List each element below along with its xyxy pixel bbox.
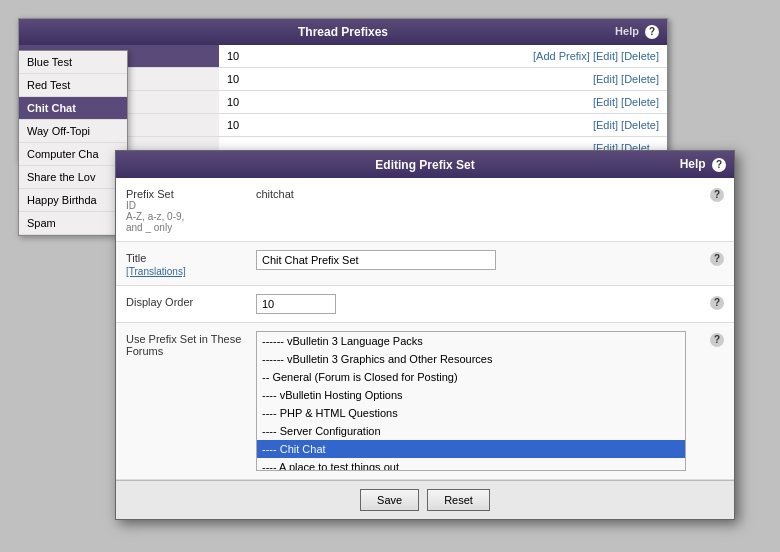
use-prefix-set-row: Use Prefix Set in These Forums ------ vB…: [116, 323, 734, 480]
fg-help-label: Help: [680, 157, 706, 171]
row-actions: [Edit] [Delete]: [299, 91, 667, 114]
row-actions: [Edit] [Delete]: [299, 68, 667, 91]
form-footer: Save Reset: [116, 480, 734, 519]
edit-link[interactable]: [Edit]: [593, 119, 618, 131]
sidebar-item-red-test[interactable]: Red Test: [19, 74, 127, 97]
prefix-set-sublabel: IDA-Z, a-z, 0-9,and _ only: [126, 200, 248, 233]
sidebar: Blue Test Red Test Chit Chat Way Off-Top…: [18, 50, 128, 236]
title-help: ?: [700, 250, 724, 266]
display-order-field: [256, 294, 700, 314]
field-help-icon[interactable]: ?: [710, 333, 724, 347]
prefix-set-value: chitchat: [256, 186, 294, 200]
sidebar-item-computer-chat[interactable]: Computer Cha: [19, 143, 127, 166]
forum-list-field: ------ vBulletin 3 Language Packs ------…: [256, 331, 700, 471]
sidebar-item-blue-test[interactable]: Blue Test: [19, 51, 127, 74]
delete-link[interactable]: [Delete]: [621, 50, 659, 62]
save-button[interactable]: Save: [360, 489, 419, 511]
display-order-label: Display Order: [126, 294, 256, 308]
field-help-icon[interactable]: ?: [710, 252, 724, 266]
reset-button[interactable]: Reset: [427, 489, 490, 511]
use-prefix-label: Use Prefix Set in These Forums: [126, 331, 256, 357]
delete-link[interactable]: [Delete]: [621, 119, 659, 131]
row-order: 10: [219, 114, 299, 137]
add-prefix-link[interactable]: [Add Prefix]: [533, 50, 590, 62]
row-actions: [Edit] [Delete]: [299, 114, 667, 137]
display-order-input[interactable]: [256, 294, 336, 314]
delete-link[interactable]: [Delete]: [621, 73, 659, 85]
editing-prefix-set-window: Editing Prefix Set Help ? Prefix Set IDA…: [115, 150, 735, 520]
sidebar-item-happy-birthday[interactable]: Happy Birthda: [19, 189, 127, 212]
translations-link[interactable]: [Translations]: [126, 266, 248, 277]
forum-list[interactable]: ------ vBulletin 3 Language Packs ------…: [256, 331, 686, 471]
edit-link[interactable]: [Edit]: [593, 50, 618, 62]
edit-link[interactable]: [Edit]: [593, 73, 618, 85]
title-input[interactable]: [256, 250, 496, 270]
fg-help-icon[interactable]: ?: [712, 158, 726, 172]
prefix-set-label: Prefix Set IDA-Z, a-z, 0-9,and _ only: [126, 186, 256, 233]
row-actions: [Add Prefix] [Edit] [Delete]: [299, 45, 667, 68]
bg-help-label: Help: [615, 25, 639, 37]
prefix-set-field: chitchat: [256, 186, 700, 200]
prefix-set-row: Prefix Set IDA-Z, a-z, 0-9,and _ only ch…: [116, 178, 734, 242]
field-help-icon[interactable]: ?: [710, 296, 724, 310]
sidebar-item-share-the-love[interactable]: Share the Lov: [19, 166, 127, 189]
fg-help-area: Help ?: [525, 157, 726, 172]
list-item[interactable]: ---- Server Configuration: [257, 422, 685, 440]
display-order-row: Display Order ?: [116, 286, 734, 323]
bg-help-icon[interactable]: ?: [645, 25, 659, 39]
bg-title-bar: Thread Prefixes Help ?: [19, 19, 667, 45]
list-item[interactable]: ------ vBulletin 3 Language Packs: [257, 332, 685, 350]
list-item-chit-chat[interactable]: ---- Chit Chat: [257, 440, 685, 458]
prefix-set-help: ?: [700, 186, 724, 202]
fg-window-title: Editing Prefix Set: [325, 158, 526, 172]
prefix-set-form: Prefix Set IDA-Z, a-z, 0-9,and _ only ch…: [116, 178, 734, 480]
row-order: 10: [219, 45, 299, 68]
bg-window-title: Thread Prefixes: [238, 25, 449, 39]
delete-link[interactable]: [Delete]: [621, 96, 659, 108]
sidebar-item-spam[interactable]: Spam: [19, 212, 127, 235]
list-item[interactable]: ---- vBulletin Hosting Options: [257, 386, 685, 404]
list-item[interactable]: -- General (Forum is Closed for Posting): [257, 368, 685, 386]
edit-link[interactable]: [Edit]: [593, 96, 618, 108]
bg-help-area: Help ?: [448, 25, 659, 39]
title-label: Title [Translations]: [126, 250, 256, 277]
fg-title-bar: Editing Prefix Set Help ?: [116, 151, 734, 178]
row-order: 10: [219, 91, 299, 114]
row-order: 10: [219, 68, 299, 91]
use-prefix-help: ?: [700, 331, 724, 347]
title-field: [256, 250, 700, 270]
title-row: Title [Translations] ?: [116, 242, 734, 286]
list-item[interactable]: ------ vBulletin 3 Graphics and Other Re…: [257, 350, 685, 368]
list-item[interactable]: ---- PHP & HTML Questions: [257, 404, 685, 422]
display-order-help: ?: [700, 294, 724, 310]
field-help-icon[interactable]: ?: [710, 188, 724, 202]
sidebar-item-chit-chat[interactable]: Chit Chat: [19, 97, 127, 120]
list-item[interactable]: ---- A place to test things out: [257, 458, 685, 471]
sidebar-item-way-off-topic[interactable]: Way Off-Topi: [19, 120, 127, 143]
